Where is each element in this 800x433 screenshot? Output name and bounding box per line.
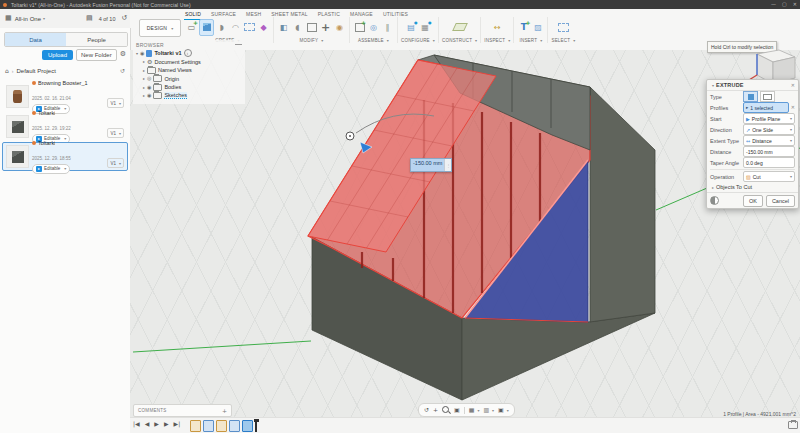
dialog-header[interactable]: EXTRUDE <box>707 80 798 91</box>
feedback-icon[interactable] <box>710 196 719 205</box>
node-label[interactable]: Bodies <box>164 84 181 90</box>
node-label[interactable]: Sketches <box>164 92 187 99</box>
revolve-icon[interactable] <box>215 20 228 35</box>
documents-icon[interactable] <box>86 15 93 22</box>
browser-node-document-settings[interactable]: Document Settings <box>133 58 245 67</box>
browser-header[interactable]: BROWSER <box>133 40 245 49</box>
undo-icon[interactable] <box>121 15 127 22</box>
timeline-active-sketch-feature[interactable] <box>242 420 253 432</box>
list-item-selected[interactable]: Toltarki 2025. 12. 29. 18:55 Editable V1 <box>2 142 128 171</box>
info-icon[interactable]: i <box>184 49 192 57</box>
profiles-selection-button[interactable]: 1 selected <box>743 102 789 113</box>
group-insert-label[interactable]: INSERT <box>520 38 538 43</box>
new-folder-button[interactable]: New Folder <box>76 49 117 61</box>
new-component-icon[interactable] <box>353 20 366 35</box>
grid-settings-dropdown[interactable] <box>483 407 494 413</box>
expander-icon[interactable] <box>143 85 145 90</box>
start-dropdown[interactable]: Profile Plane <box>743 113 795 124</box>
dimension-value[interactable]: -150.00 mm <box>411 159 444 171</box>
version-dropdown[interactable]: V1 <box>107 98 124 108</box>
project-home-icon[interactable] <box>5 68 9 74</box>
comments-bar[interactable]: COMMENTS <box>133 404 232 417</box>
tab-data[interactable]: Data <box>5 33 66 46</box>
node-label[interactable]: Named Views <box>158 67 192 73</box>
create-sketch-icon[interactable] <box>185 20 198 35</box>
extent-type-dropdown[interactable]: Distance <box>743 135 795 146</box>
distance-input[interactable]: -150.00 mm <box>743 146 795 157</box>
form-icon[interactable] <box>257 20 270 35</box>
taper-angle-input[interactable]: 0.0 deg <box>743 157 795 168</box>
timeline-sketch-feature[interactable] <box>216 420 227 432</box>
document-pager[interactable]: 4 of 10 <box>99 16 116 22</box>
list-item[interactable]: Toltarki 2025. 12. 29. 19:22 Editable V1 <box>2 112 128 141</box>
box-front-right-face[interactable] <box>462 313 655 400</box>
maximize-icon[interactable] <box>782 2 787 7</box>
browser-node-origin[interactable]: Origin <box>133 75 245 84</box>
workspace-switcher[interactable]: All-in One <box>15 16 41 22</box>
type-thin-extrude-button[interactable] <box>760 91 775 102</box>
extrude-icon[interactable] <box>199 19 214 36</box>
go-to-end-icon[interactable] <box>174 421 181 427</box>
close-dialog-icon[interactable] <box>791 83 795 88</box>
app-grid-icon[interactable] <box>5 15 12 22</box>
cancel-button[interactable]: Cancel <box>766 195 795 207</box>
timeline-playhead[interactable] <box>255 420 257 432</box>
expander-icon[interactable] <box>143 76 145 81</box>
dimension-input[interactable]: -150.00 mm ⋮ <box>410 158 452 172</box>
clear-selection-icon[interactable] <box>791 105 795 110</box>
visibility-eye-icon[interactable] <box>147 93 151 98</box>
joint-icon[interactable] <box>367 20 380 35</box>
configure-icon[interactable] <box>405 20 418 35</box>
insert-canvas-icon[interactable] <box>517 20 530 35</box>
step-back-icon[interactable] <box>145 421 150 427</box>
timeline-extrude-feature[interactable] <box>203 420 214 432</box>
browser-node-sketches[interactable]: Sketches <box>133 92 245 101</box>
shell-icon[interactable] <box>305 20 318 35</box>
configuration-table-icon[interactable] <box>419 20 432 35</box>
type-extrude-button[interactable] <box>743 91 758 102</box>
group-modify-label[interactable]: MODIFY <box>300 38 319 43</box>
align-icon[interactable] <box>381 20 394 35</box>
root-label[interactable]: Toltarki v1 <box>154 50 181 56</box>
ok-button[interactable]: OK <box>743 195 763 207</box>
timeline-extrude-feature[interactable] <box>229 420 240 432</box>
collapse-icon[interactable] <box>235 44 242 45</box>
pan-icon[interactable] <box>433 407 438 413</box>
briefcase-icon[interactable] <box>788 421 798 429</box>
physical-material-icon[interactable] <box>333 20 346 35</box>
select-icon[interactable] <box>557 20 570 35</box>
group-select-label[interactable]: SELECT <box>551 38 570 43</box>
move-icon[interactable] <box>319 20 332 35</box>
minimize-icon[interactable] <box>771 2 776 7</box>
model-3d[interactable] <box>130 50 800 417</box>
step-forward-icon[interactable] <box>164 421 169 427</box>
expander-icon[interactable] <box>143 93 145 98</box>
operation-dropdown[interactable]: Cut <box>743 171 795 182</box>
play-icon[interactable] <box>154 421 159 427</box>
go-to-start-icon[interactable] <box>133 421 140 427</box>
timeline-sketch-feature[interactable] <box>190 420 201 432</box>
editable-dropdown[interactable]: Editable <box>32 164 70 174</box>
zoom-icon[interactable] <box>442 406 450 414</box>
browser-node-named-views[interactable]: Named Views <box>133 66 245 75</box>
expander-icon[interactable] <box>143 59 145 64</box>
press-pull-icon[interactable] <box>277 20 290 35</box>
close-window-icon[interactable] <box>793 2 797 7</box>
fit-view-icon[interactable] <box>454 407 460 413</box>
add-comment-icon[interactable] <box>222 408 227 414</box>
browser-node-bodies[interactable]: Bodies <box>133 83 245 92</box>
group-configure-label[interactable]: CONFIGURE <box>401 38 430 43</box>
visibility-eye-icon[interactable] <box>140 51 144 56</box>
expander-icon[interactable] <box>136 51 138 56</box>
viewports-dropdown[interactable] <box>498 407 509 413</box>
group-assemble-label[interactable]: ASSEMBLE <box>358 38 384 43</box>
measure-icon[interactable] <box>491 20 504 35</box>
loft-icon[interactable] <box>243 20 256 35</box>
objects-to-cut-expander[interactable]: Objects To Cut <box>707 182 798 192</box>
browser-root-node[interactable]: Toltarki v1 i <box>133 49 245 58</box>
version-dropdown[interactable]: V1 <box>107 158 124 168</box>
display-settings-dropdown[interactable] <box>469 407 480 413</box>
direction-dropdown[interactable]: One Side <box>743 124 795 135</box>
group-construct-label[interactable]: CONSTRUCT <box>442 38 472 43</box>
tab-people[interactable]: People <box>66 33 127 46</box>
